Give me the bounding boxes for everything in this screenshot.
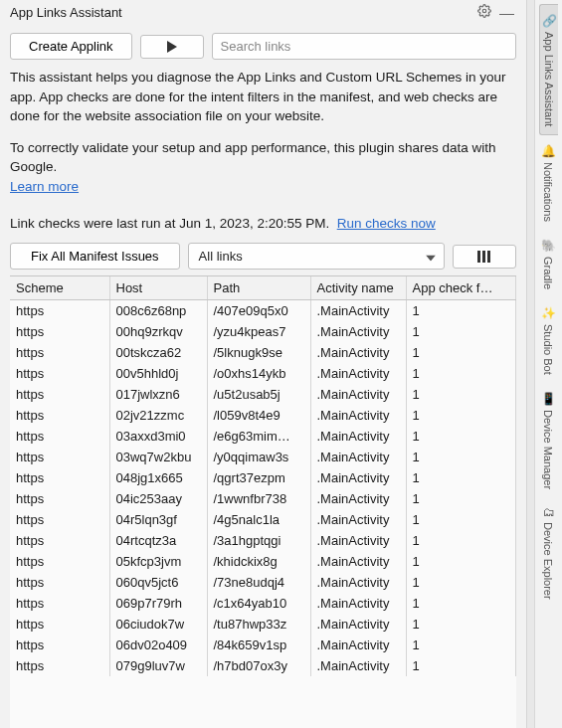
description-block: This assistant helps you diagnose the Ap… bbox=[0, 68, 526, 216]
columns-icon bbox=[477, 251, 491, 263]
cell-path: /407e09q5x0 bbox=[207, 300, 310, 322]
cell-activity: .MainActivity bbox=[310, 384, 406, 405]
table-row[interactable]: https03wq7w2kbu/y0qqimaw3s.MainActivity1 bbox=[10, 447, 516, 467]
table-row[interactable]: https06dv02o409/84k659v1sp.MainActivity1 bbox=[10, 635, 516, 655]
cell-appcheck: 1 bbox=[406, 593, 516, 614]
table-row[interactable]: https05kfcp3jvm/khidckix8g.MainActivity1 bbox=[10, 551, 516, 572]
cell-path: /1wwnfbr738 bbox=[207, 488, 310, 509]
cell-activity: .MainActivity bbox=[310, 509, 406, 530]
cell-appcheck: 1 bbox=[406, 384, 516, 405]
fix-manifest-button[interactable]: Fix All Manifest Issues bbox=[10, 243, 180, 270]
col-scheme[interactable]: Scheme bbox=[10, 276, 109, 300]
scrollbar[interactable] bbox=[526, 0, 534, 728]
rail-icon: 🗂 bbox=[541, 505, 555, 518]
filter-row: Fix All Manifest Issues All links bbox=[0, 239, 526, 275]
rail-label: App Links Assistant bbox=[543, 32, 555, 126]
cell-activity: .MainActivity bbox=[310, 447, 406, 467]
cell-appcheck: 1 bbox=[406, 300, 516, 322]
cell-activity: .MainActivity bbox=[310, 572, 406, 593]
table-row[interactable]: https060qv5jct6/73ne8udqj4.MainActivity1 bbox=[10, 572, 516, 593]
rail-tab-device-explorer[interactable]: 🗂Device Explorer bbox=[539, 497, 557, 608]
rail-tab-gradle[interactable]: 🐘Gradle bbox=[539, 230, 557, 297]
rail-tab-studio-bot[interactable]: ✨Studio Bot bbox=[539, 297, 557, 383]
rail-icon: 🔗 bbox=[542, 13, 556, 28]
table-row[interactable]: https008c6z68np/407e09q5x0.MainActivity1 bbox=[10, 300, 516, 322]
table-row[interactable]: https00tskcza62/5lknugk9se.MainActivity1 bbox=[10, 342, 516, 363]
table-row[interactable]: https069p7r79rh/c1x64yab10.MainActivity1 bbox=[10, 593, 516, 614]
rail-tab-notifications[interactable]: 🔔Notifications bbox=[539, 135, 557, 230]
gear-icon[interactable] bbox=[477, 4, 491, 21]
cell-appcheck: 1 bbox=[406, 363, 516, 384]
run-status-time: Jun 1, 2023, 2:20:55 PM. bbox=[179, 216, 329, 231]
table-row[interactable]: https02jv21zzmc/l059v8t4e9.MainActivity1 bbox=[10, 405, 516, 426]
svg-rect-2 bbox=[482, 251, 485, 263]
run-checks-now-link[interactable]: Run checks now bbox=[337, 216, 436, 231]
cell-activity: .MainActivity bbox=[310, 467, 406, 488]
links-filter-dropdown[interactable]: All links bbox=[188, 243, 445, 270]
cell-appcheck: 1 bbox=[406, 551, 516, 572]
table-row[interactable]: https04ic253aay/1wwnfbr738.MainActivity1 bbox=[10, 488, 516, 509]
table-row[interactable]: https079g9luv7w/h7bd07ox3y.MainActivity1 bbox=[10, 655, 516, 676]
cell-path: /73ne8udqj4 bbox=[207, 572, 310, 593]
table-row[interactable]: https06ciudok7w/tu87hwp33z.MainActivity1 bbox=[10, 614, 516, 635]
rail-tab-app-links-assistant[interactable]: 🔗App Links Assistant bbox=[539, 4, 558, 135]
description-p2: To correctly validate your setup and app… bbox=[10, 140, 496, 175]
cell-activity: .MainActivity bbox=[310, 405, 406, 426]
cell-activity: .MainActivity bbox=[310, 655, 406, 676]
table-row[interactable]: https00v5hhld0j/o0xhs14ykb.MainActivity1 bbox=[10, 363, 516, 384]
col-appcheck[interactable]: App check f… bbox=[406, 276, 516, 300]
cell-path: /y0qqimaw3s bbox=[207, 447, 310, 467]
rail-icon: 🐘 bbox=[541, 238, 555, 253]
cell-activity: .MainActivity bbox=[310, 551, 406, 572]
cell-host: 00v5hhld0j bbox=[109, 363, 207, 384]
table-row[interactable]: https03axxd3mi0/e6g63mim….MainActivity1 bbox=[10, 426, 516, 447]
cell-scheme: https bbox=[10, 467, 109, 488]
panel-title: App Links Assistant bbox=[10, 5, 473, 20]
svg-rect-3 bbox=[487, 251, 490, 263]
cell-path: /yzu4kpeas7 bbox=[207, 321, 310, 342]
cell-host: 00tskcza62 bbox=[109, 342, 207, 363]
table-row[interactable]: https048jg1x665/qgrt37ezpm.MainActivity1 bbox=[10, 467, 516, 488]
cell-appcheck: 1 bbox=[406, 488, 516, 509]
cell-host: 04r5lqn3gf bbox=[109, 509, 207, 530]
rail-label: Device Manager bbox=[542, 410, 554, 489]
cell-host: 04ic253aay bbox=[109, 488, 207, 509]
cell-appcheck: 1 bbox=[406, 614, 516, 635]
cell-activity: .MainActivity bbox=[310, 363, 406, 384]
col-host[interactable]: Host bbox=[109, 276, 207, 300]
cell-scheme: https bbox=[10, 405, 109, 426]
rail-icon: 📱 bbox=[541, 391, 555, 406]
cell-activity: .MainActivity bbox=[310, 614, 406, 635]
rail-label: Gradle bbox=[542, 257, 554, 289]
rail-tab-device-manager[interactable]: 📱Device Manager bbox=[539, 383, 557, 497]
table-row[interactable]: https04r5lqn3gf/4g5nalc1la.MainActivity1 bbox=[10, 509, 516, 530]
cell-activity: .MainActivity bbox=[310, 342, 406, 363]
right-tool-rail: 🔗App Links Assistant🔔Notifications🐘Gradl… bbox=[534, 0, 562, 728]
run-status-row: Link checks were last run at Jun 1, 2023… bbox=[0, 216, 526, 239]
svg-rect-1 bbox=[477, 251, 480, 263]
create-applink-button[interactable]: Create Applink bbox=[10, 33, 132, 60]
search-input[interactable] bbox=[212, 33, 516, 60]
cell-scheme: https bbox=[10, 342, 109, 363]
cell-scheme: https bbox=[10, 488, 109, 509]
cell-appcheck: 1 bbox=[406, 342, 516, 363]
table-row[interactable]: https04rtcqtz3a/3a1hgptqgi.MainActivity1 bbox=[10, 530, 516, 551]
cell-host: 03axxd3mi0 bbox=[109, 426, 207, 447]
learn-more-link[interactable]: Learn more bbox=[10, 179, 79, 194]
play-icon bbox=[167, 41, 177, 53]
table-row[interactable]: https017jwlxzn6/u5t2usab5j.MainActivity1 bbox=[10, 384, 516, 405]
minimize-icon[interactable]: — bbox=[495, 4, 518, 21]
cell-host: 008c6z68np bbox=[109, 300, 207, 322]
cell-host: 00hq9zrkqv bbox=[109, 321, 207, 342]
columns-button[interactable] bbox=[453, 245, 516, 269]
cell-appcheck: 1 bbox=[406, 426, 516, 447]
run-button[interactable] bbox=[140, 35, 204, 59]
cell-appcheck: 1 bbox=[406, 530, 516, 551]
table-row[interactable]: https00hq9zrkqv/yzu4kpeas7.MainActivity1 bbox=[10, 321, 516, 342]
cell-scheme: https bbox=[10, 635, 109, 655]
col-activity[interactable]: Activity name bbox=[310, 276, 406, 300]
cell-appcheck: 1 bbox=[406, 447, 516, 467]
cell-scheme: https bbox=[10, 509, 109, 530]
col-path[interactable]: Path bbox=[207, 276, 310, 300]
cell-activity: .MainActivity bbox=[310, 321, 406, 342]
